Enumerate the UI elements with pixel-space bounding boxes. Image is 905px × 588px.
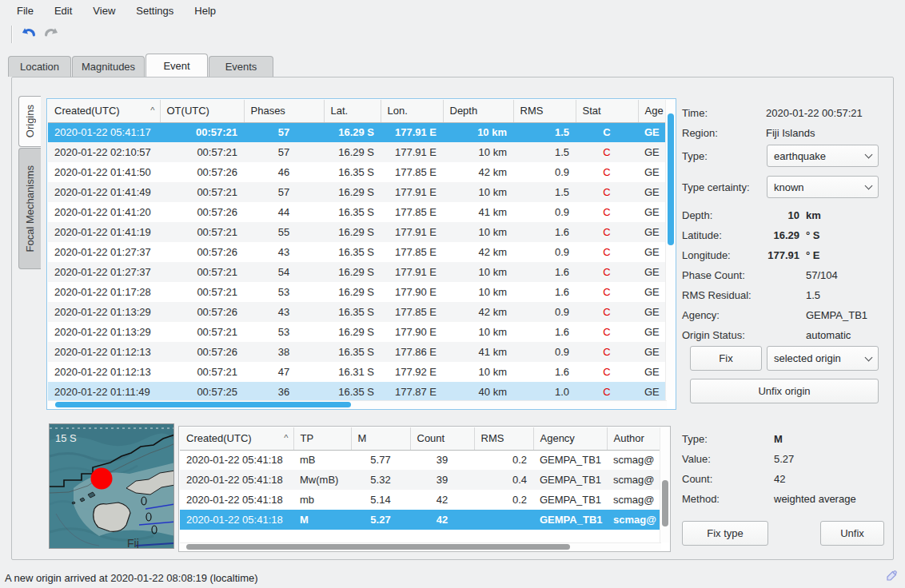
table-cell[interactable]: C — [576, 242, 638, 262]
event-type-dropdown[interactable]: earthquake — [767, 145, 879, 167]
table-cell[interactable]: GE — [638, 382, 667, 402]
table-cell[interactable]: 00:57:26 — [160, 302, 244, 322]
table-cell[interactable]: 57 — [244, 182, 324, 202]
table-row[interactable]: 2020-01-22 05:41:18M5.2742GEMPA_TB1scmag… — [180, 510, 661, 530]
table-cell[interactable]: M — [293, 510, 351, 530]
table-cell[interactable]: C — [576, 382, 638, 402]
table-cell[interactable]: 2020-01-22 05:41:18 — [180, 490, 293, 510]
scrollbar-thumb[interactable] — [662, 480, 668, 526]
table-cell[interactable]: mB — [293, 450, 351, 470]
fix-type-button[interactable]: Fix type — [682, 521, 768, 546]
table-cell[interactable]: 2020-01-22 01:41:50 — [48, 162, 160, 182]
menu-view[interactable]: View — [82, 2, 126, 19]
table-cell[interactable]: 10 km — [443, 282, 513, 302]
table-cell[interactable]: 0.9 — [513, 242, 576, 262]
table-cell[interactable]: 2020-01-22 01:41:19 — [48, 222, 160, 242]
table-row[interactable]: 2020-01-22 02:10:5700:57:215716.29 S177.… — [48, 142, 667, 162]
table-cell[interactable]: 0.9 — [513, 302, 576, 322]
menu-settings[interactable]: Settings — [126, 2, 184, 19]
column-header[interactable]: TP — [293, 427, 351, 450]
table-cell[interactable]: 2020-01-22 01:11:49 — [48, 382, 160, 402]
table-cell[interactable]: 39 — [410, 470, 474, 490]
table-cell[interactable]: 2020-01-22 05:41:18 — [180, 510, 293, 530]
table-cell[interactable]: GE — [638, 262, 667, 282]
table-cell[interactable]: C — [576, 282, 638, 302]
table-cell[interactable]: 16.35 S — [324, 342, 381, 362]
table-cell[interactable]: 1.6 — [513, 222, 576, 242]
type-certainty-dropdown[interactable]: known — [767, 176, 879, 198]
table-row[interactable]: 2020-01-22 05:41:18mB5.77390.2GEMPA_TB1s… — [180, 450, 661, 470]
undo-button[interactable] — [18, 23, 40, 46]
table-cell[interactable]: 1.6 — [513, 322, 576, 342]
table-cell[interactable]: 00:57:21 — [160, 142, 244, 162]
table-cell[interactable]: 1.6 — [513, 362, 576, 382]
fix-button[interactable]: Fix — [690, 346, 762, 371]
table-cell[interactable] — [474, 510, 533, 530]
table-cell[interactable]: GE — [638, 342, 667, 362]
table-cell[interactable]: 00:57:26 — [160, 242, 244, 262]
table-cell[interactable]: 47 — [244, 362, 324, 382]
table-cell[interactable]: 2020-01-22 05:41:18 — [180, 470, 293, 490]
table-cell[interactable]: 57 — [244, 122, 324, 142]
tab-location[interactable]: Location — [8, 56, 71, 77]
table-cell[interactable]: 1.5 — [513, 182, 576, 202]
table-cell[interactable]: 16.29 S — [324, 142, 381, 162]
table-cell[interactable]: 16.29 S — [324, 122, 381, 142]
table-cell[interactable]: GEMPA_TB1 — [533, 490, 607, 510]
table-cell[interactable]: GE — [638, 282, 667, 302]
table-cell[interactable]: 57 — [244, 142, 324, 162]
table-cell[interactable]: 177.87 E — [381, 382, 443, 402]
table-cell[interactable]: 1.0 — [513, 382, 576, 402]
table-cell[interactable]: C — [576, 302, 638, 322]
table-row[interactable]: 2020-01-22 01:41:1900:57:215516.29 S177.… — [48, 222, 667, 242]
table-cell[interactable]: GE — [638, 202, 667, 222]
table-cell[interactable]: 0.4 — [474, 470, 533, 490]
fix-target-dropdown[interactable]: selected origin — [767, 346, 879, 371]
table-cell[interactable]: 16.29 S — [324, 222, 381, 242]
table-cell[interactable]: 00:57:25 — [160, 382, 244, 402]
table-cell[interactable]: 0.9 — [513, 162, 576, 182]
column-header[interactable]: Agency — [533, 427, 607, 450]
table-cell[interactable]: GE — [638, 222, 667, 242]
tab-magnitudes[interactable]: Magnitudes — [72, 56, 145, 77]
table-cell[interactable]: 00:57:21 — [160, 262, 244, 282]
table-cell[interactable]: 42 — [410, 510, 474, 530]
table-cell[interactable]: 2020-01-22 01:41:20 — [48, 202, 160, 222]
menu-file[interactable]: File — [6, 2, 44, 19]
table-cell[interactable]: C — [576, 122, 638, 142]
table-cell[interactable]: scmag@ — [607, 510, 661, 530]
table-cell[interactable]: 177.85 E — [381, 202, 443, 222]
column-header[interactable]: RMS — [474, 427, 533, 450]
table-cell[interactable]: 10 km — [443, 362, 513, 382]
table-cell[interactable]: C — [576, 162, 638, 182]
table-cell[interactable]: 2020-01-22 01:27:37 — [48, 262, 160, 282]
table-cell[interactable]: C — [576, 182, 638, 202]
table-cell[interactable]: 10 km — [443, 142, 513, 162]
table-cell[interactable]: 41 km — [443, 342, 513, 362]
table-cell[interactable]: 00:57:21 — [160, 362, 244, 382]
table-cell[interactable]: 54 — [244, 262, 324, 282]
column-header[interactable]: Phases — [244, 100, 324, 122]
table-cell[interactable]: 10 km — [443, 322, 513, 342]
table-cell[interactable]: 16.29 S — [324, 282, 381, 302]
table-cell[interactable]: 16.35 S — [324, 242, 381, 262]
column-header[interactable]: M — [351, 427, 410, 450]
table-cell[interactable]: 00:57:21 — [160, 222, 244, 242]
table-cell[interactable]: 177.91 E — [381, 142, 443, 162]
table-cell[interactable]: 177.85 E — [381, 242, 443, 262]
table-row[interactable]: 2020-01-22 01:13:2900:57:264316.35 S177.… — [48, 302, 667, 322]
side-tab-origins[interactable]: Origins — [18, 96, 41, 147]
table-cell[interactable]: 42 km — [443, 242, 513, 262]
table-cell[interactable]: GE — [638, 362, 667, 382]
table-cell[interactable]: 16.29 S — [324, 182, 381, 202]
column-header[interactable]: Age — [638, 100, 667, 122]
table-cell[interactable]: GE — [638, 122, 667, 142]
origins-horizontal-scrollbar[interactable] — [48, 400, 667, 408]
table-cell[interactable]: mb — [293, 490, 351, 510]
column-header[interactable]: Created(UTC)^ — [48, 100, 160, 122]
table-cell[interactable]: GE — [638, 302, 667, 322]
table-cell[interactable]: 46 — [244, 162, 324, 182]
table-cell[interactable]: 2020-01-22 02:10:57 — [48, 142, 160, 162]
location-map[interactable]: 15 S Fij — [49, 423, 174, 549]
table-cell[interactable]: GE — [638, 182, 667, 202]
